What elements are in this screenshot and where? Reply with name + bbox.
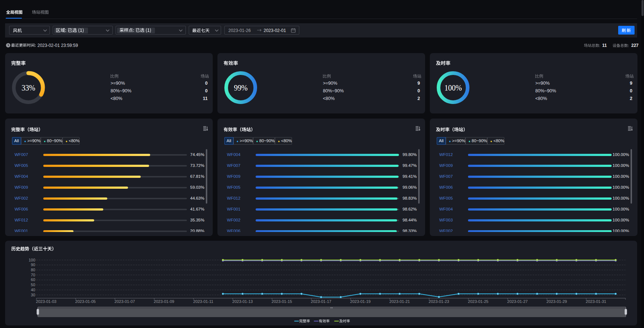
svg-text:2023-01-05: 2023-01-05 — [75, 299, 96, 304]
svg-text:60: 60 — [31, 277, 35, 282]
svg-text:2023-01-23: 2023-01-23 — [429, 299, 449, 304]
svg-text:2023-01-17: 2023-01-17 — [311, 299, 331, 304]
svg-text:2023-01-31: 2023-01-31 — [586, 299, 606, 304]
svg-text:2023-01-25: 2023-01-25 — [468, 299, 488, 304]
svg-text:2023-01-09: 2023-01-09 — [154, 299, 174, 304]
svg-text:2023-01-03: 2023-01-03 — [36, 299, 56, 304]
svg-text:70: 70 — [31, 273, 35, 277]
svg-text:2023-01-11: 2023-01-11 — [193, 299, 213, 304]
svg-text:2023-01-13: 2023-01-13 — [232, 299, 253, 304]
svg-text:90: 90 — [31, 263, 35, 267]
svg-text:40: 40 — [31, 288, 35, 292]
svg-text:2023-01-15: 2023-01-15 — [272, 299, 292, 304]
svg-text:80: 80 — [31, 268, 35, 272]
svg-text:100: 100 — [29, 258, 35, 262]
svg-text:30: 30 — [31, 293, 35, 297]
svg-text:50: 50 — [31, 283, 35, 287]
svg-text:2023-01-27: 2023-01-27 — [507, 299, 528, 304]
svg-text:2023-01-21: 2023-01-21 — [389, 299, 410, 304]
svg-text:2023-01-07: 2023-01-07 — [115, 299, 135, 304]
svg-text:2023-01-19: 2023-01-19 — [350, 299, 371, 304]
svg-text:2023-01-29: 2023-01-29 — [547, 299, 567, 304]
